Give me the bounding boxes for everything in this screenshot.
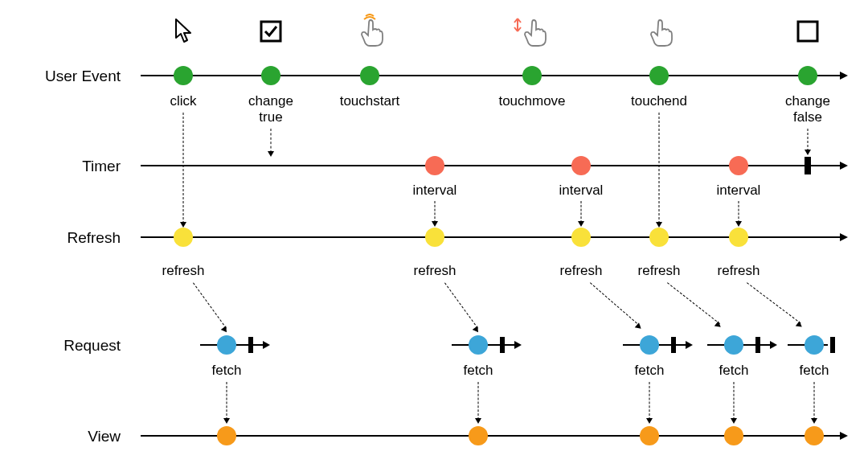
- chevron-down-icon: [635, 322, 644, 331]
- event-label: touchstart: [340, 93, 400, 109]
- arrowhead-icon: [840, 432, 848, 440]
- event-dot-touchstart: [360, 66, 379, 85]
- chevron-down-icon: [223, 418, 230, 424]
- flow-arrow: [808, 129, 809, 151]
- flow-arrow: [444, 282, 478, 328]
- chevron-down-icon: [268, 151, 274, 157]
- timeline-label-user-event: User Event: [24, 68, 121, 85]
- event-dot-refresh: [174, 228, 193, 247]
- timeline-user-event: [141, 75, 840, 76]
- arrowhead-icon: [840, 233, 848, 241]
- event-label: fetch: [719, 363, 749, 379]
- timeline-label-view: View: [24, 428, 121, 445]
- flow-arrow: [478, 382, 479, 420]
- chevron-down-icon: [221, 326, 230, 334]
- chevron-down-icon: [735, 221, 742, 227]
- svg-rect-1: [798, 22, 817, 41]
- event-dot-change-false: [798, 66, 817, 85]
- chevron-down-icon: [578, 221, 584, 227]
- flow-arrow: [734, 382, 735, 420]
- event-label: refresh: [560, 263, 603, 279]
- touch-icon: [643, 14, 675, 51]
- event-label: touchmove: [498, 93, 565, 109]
- event-dot-interval: [425, 156, 444, 175]
- event-dot-view: [805, 426, 824, 445]
- event-dot-refresh: [571, 228, 591, 247]
- flow-arrow: [435, 201, 436, 223]
- chevron-down-icon: [475, 418, 481, 424]
- event-dot-view: [217, 426, 236, 445]
- event-label: click: [170, 93, 196, 109]
- checkbox-checked-icon: [260, 20, 282, 46]
- event-label: fetch: [800, 363, 829, 379]
- event-dot-refresh: [649, 228, 669, 247]
- event-dot-view: [724, 426, 743, 445]
- event-label: interval: [413, 183, 457, 199]
- timeline-label-request: Request: [24, 337, 121, 355]
- event-dot-refresh: [425, 228, 444, 247]
- event-label: fetch: [212, 363, 242, 379]
- touch-move-icon: [513, 14, 551, 51]
- flow-arrow: [193, 282, 227, 328]
- event-label: fetch: [635, 363, 665, 379]
- event-label: refresh: [718, 263, 760, 279]
- event-label: change true: [248, 93, 293, 125]
- event-label: touchend: [631, 93, 687, 109]
- event-label: refresh: [162, 263, 205, 279]
- timer-stop-bar: [805, 157, 811, 174]
- event-dot-view: [640, 426, 659, 445]
- event-label: interval: [559, 183, 604, 199]
- event-label: refresh: [414, 263, 457, 279]
- flow-arrow: [590, 282, 641, 326]
- checkbox-empty-icon: [796, 20, 819, 46]
- chevron-down-icon: [432, 221, 438, 227]
- event-label: interval: [717, 183, 761, 199]
- event-dot-interval: [571, 156, 591, 175]
- flow-arrow: [227, 382, 227, 420]
- flow-arrow: [649, 382, 650, 420]
- svg-rect-0: [261, 22, 280, 41]
- chevron-down-icon: [714, 321, 723, 330]
- flow-arrow: [747, 282, 801, 323]
- chevron-down-icon: [811, 418, 817, 424]
- chevron-down-icon: [473, 326, 481, 334]
- chevron-down-icon: [731, 418, 737, 424]
- chevron-down-icon: [646, 418, 653, 424]
- event-dot-interval: [729, 156, 748, 175]
- event-dot-change-true: [261, 66, 280, 85]
- chevron-down-icon: [656, 222, 662, 228]
- event-dot-touchend: [649, 66, 669, 85]
- event-dot-click: [174, 66, 193, 85]
- chevron-down-icon: [796, 321, 804, 330]
- flow-arrow: [581, 201, 582, 223]
- event-dot-view: [469, 426, 488, 445]
- timeline-label-timer: Timer: [24, 158, 121, 175]
- flow-arrow: [183, 113, 184, 224]
- cursor-icon: [173, 18, 194, 48]
- event-label: refresh: [638, 263, 681, 279]
- flow-arrow: [814, 382, 815, 420]
- arrowhead-icon: [840, 72, 848, 80]
- event-label: fetch: [464, 363, 493, 379]
- chevron-down-icon: [805, 150, 811, 155]
- event-label: change false: [785, 93, 830, 125]
- touch-tap-icon: [354, 14, 386, 51]
- flow-arrow: [667, 282, 720, 324]
- chevron-down-icon: [180, 222, 186, 228]
- arrowhead-icon: [840, 162, 848, 170]
- event-dot-touchmove: [522, 66, 542, 85]
- flow-arrow: [271, 129, 272, 153]
- flow-arrow: [739, 201, 739, 223]
- flow-arrow: [659, 113, 660, 224]
- timeline-label-refresh: Refresh: [24, 229, 121, 247]
- event-dot-refresh: [729, 228, 748, 247]
